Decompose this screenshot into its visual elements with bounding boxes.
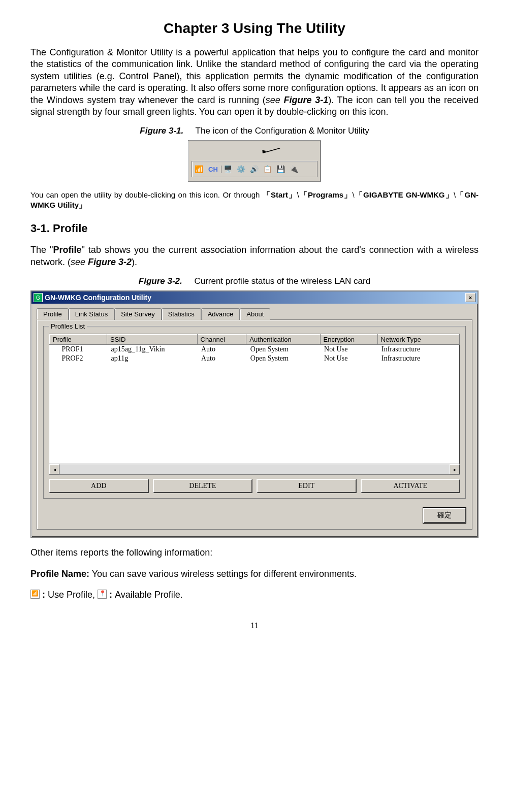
use-profile-icon [30, 590, 40, 599]
scroll-track[interactable] [59, 464, 450, 474]
app-icon: G [34, 293, 43, 302]
fig31-num: Figure 3-1. [140, 126, 183, 136]
fig32-ref: Figure 3-2 [88, 257, 132, 267]
fig31-ref: Figure 3-1 [283, 95, 328, 105]
col-auth[interactable]: Authentication [246, 335, 320, 345]
activate-button[interactable]: ACTIVATE [361, 479, 461, 493]
intro-see: see [266, 95, 284, 105]
table-row[interactable]: PROF1 ap15ag_11g_Vikin Auto Open System … [50, 345, 460, 354]
tray-app-icon-2[interactable]: ⚙️ [236, 164, 247, 175]
tab-advance[interactable]: Advance [201, 308, 240, 320]
icon-legend: : Use Profile, : Available Profile. [30, 589, 479, 601]
available-profile-icon [98, 590, 107, 599]
menu-gigabyte: 「GIGABYTE GN-WMKG」 [355, 190, 454, 199]
profiles-groupbox: Profiles List Profile SSID Channel Authe… [43, 326, 466, 499]
config-dialog: G GN-WMKG Configuration Utility × Profil… [30, 290, 479, 538]
scroll-right-icon[interactable]: ▸ [450, 464, 460, 474]
use-profile-text: Use Profile, [48, 590, 98, 600]
tab-link-status[interactable]: Link Status [69, 308, 114, 320]
col-encryption[interactable]: Encryption [320, 335, 377, 345]
add-button[interactable]: ADD [49, 479, 149, 493]
scroll-left-icon[interactable]: ◂ [49, 464, 59, 474]
profile-name-desc: You can save various wireless settings f… [89, 569, 357, 579]
figure-3-2-caption: Figure 3-2. Current profile status of th… [30, 276, 479, 286]
tray-app-icon-1[interactable]: 🖥️ [222, 164, 234, 175]
col-profile[interactable]: Profile [50, 335, 107, 345]
profile-paragraph: The "Profile" tab shows you the current … [30, 244, 479, 268]
profile-text-post: ). [132, 257, 137, 267]
figure-3-1-caption: Figure 3-1. The icon of the Configuratio… [30, 126, 479, 136]
tray-app-icon-5[interactable]: 💾 [275, 164, 287, 175]
groupbox-label: Profiles List [49, 322, 87, 330]
tab-statistics[interactable]: Statistics [162, 308, 201, 320]
profile-name-line: Profile Name: You can save various wirel… [30, 568, 479, 580]
chapter-title: Chapter 3 Using The Utility [30, 20, 479, 37]
open-note: You can open the utility by double-click… [30, 190, 479, 210]
table-row[interactable]: PROF2 ap11g Auto Open System Not Use Inf… [50, 354, 460, 363]
profile-see: see [71, 257, 88, 267]
other-items-text: Other items reports the following inform… [30, 547, 479, 559]
edit-button[interactable]: EDIT [257, 479, 357, 493]
close-icon[interactable]: × [465, 293, 475, 302]
horizontal-scrollbar[interactable]: ◂ ▸ [49, 464, 460, 474]
tab-about[interactable]: About [240, 308, 270, 320]
col-network[interactable]: Network Type [377, 335, 459, 345]
tab-site-survey[interactable]: Site Survey [114, 308, 161, 320]
profile-text-pre: The " [30, 245, 53, 255]
profiles-list[interactable]: Profile SSID Channel Authentication Encr… [49, 334, 460, 475]
menu-programs: 「Programs」 [299, 190, 353, 199]
dialog-title: GN-WMKG Configuration Utility [45, 294, 465, 302]
avail-profile-text: Available Profile. [115, 590, 183, 600]
profile-name-label: Profile Name: [30, 569, 89, 579]
tray-inner: 📶 CH 🖥️ ⚙️ 🔊 📋 💾 🔌 [192, 161, 317, 177]
language-indicator[interactable]: CH [205, 166, 221, 173]
menu-start: 「Start」 [263, 190, 297, 199]
fig31-text: The icon of the Configuration & Monitor … [196, 126, 369, 136]
delete-button[interactable]: DELETE [153, 479, 253, 493]
fig32-text: Current profile status of the wireless L… [194, 276, 370, 286]
signal-icon[interactable]: 📶 [193, 164, 204, 175]
col-channel[interactable]: Channel [197, 335, 246, 345]
tray-app-icon-6[interactable]: 🔌 [289, 164, 300, 175]
dialog-tabs: Profile Link Status Site Survey Statisti… [37, 308, 472, 320]
profile-tab-panel: Profiles List Profile SSID Channel Authe… [37, 319, 472, 530]
avail-profile-sep: : [107, 590, 115, 600]
open-note-pt1: You can open the utility by double-click… [30, 190, 263, 199]
figure-3-1-image: 📶 CH 🖥️ ⚙️ 🔊 📋 💾 🔌 [30, 140, 479, 182]
tray-app-icon-3[interactable]: 🔊 [249, 164, 260, 175]
dialog-titlebar: G GN-WMKG Configuration Utility × [31, 291, 478, 304]
system-tray-box: 📶 CH 🖥️ ⚙️ 🔊 📋 💾 🔌 [188, 140, 321, 182]
tray-app-icon-4[interactable]: 📋 [262, 164, 273, 175]
profile-word: Profile [53, 245, 81, 255]
tab-profile[interactable]: Profile [37, 308, 69, 320]
use-profile-sep: : [40, 590, 48, 600]
ok-button[interactable]: 確定 [423, 508, 466, 523]
col-ssid[interactable]: SSID [107, 335, 197, 345]
section-3-1-heading: 3-1. Profile [30, 222, 479, 235]
page-number: 11 [30, 621, 479, 630]
intro-paragraph: The Configuration & Monitor Utility is a… [30, 47, 479, 118]
fig32-num: Figure 3-2. [139, 276, 182, 286]
